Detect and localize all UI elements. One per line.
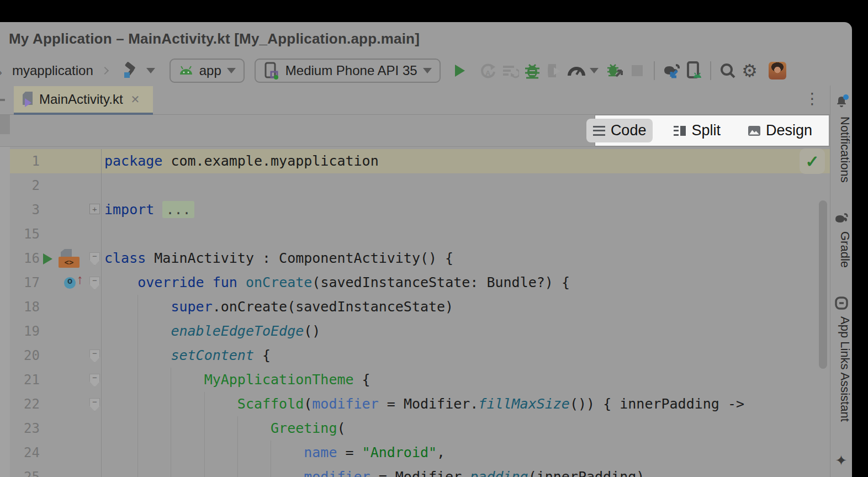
code-text: override fun onCreate(savedInstanceState…: [102, 271, 570, 295]
left-stripe-block: [0, 115, 10, 134]
fold-marker[interactable]: +: [89, 204, 100, 214]
tab-close-icon[interactable]: ✕: [131, 93, 140, 106]
attach-debugger-button[interactable]: [604, 60, 626, 82]
code-line[interactable]: 1package com.example.myapplication: [10, 149, 830, 173]
line-number: 21: [15, 368, 40, 392]
line-number: 3: [15, 198, 40, 222]
code-line[interactable]: 22− Scaffold(modifier = Modifier.fillMax…: [10, 392, 830, 416]
code-line[interactable]: 23 Greeting(: [10, 416, 830, 441]
fold-marker[interactable]: −: [89, 252, 100, 266]
stop-icon: [631, 65, 643, 77]
override-gutter-icon: [64, 277, 76, 289]
editor-scrollbar[interactable]: [819, 200, 827, 369]
fold-marker[interactable]: −: [89, 398, 100, 411]
line-number: 2: [15, 173, 40, 198]
build-hammer-button[interactable]: [119, 60, 141, 82]
code-text: super.onCreate(savedInstanceState): [102, 295, 453, 319]
avatar[interactable]: [769, 62, 786, 80]
device-selector[interactable]: Medium Phone API 35: [255, 59, 441, 83]
attach-debugger-icon: [606, 62, 624, 80]
line-number: 22: [15, 392, 40, 416]
gradle-icon[interactable]: [834, 211, 849, 225]
code-text: import ...: [102, 198, 194, 222]
apply-code-changes-icon: [501, 62, 519, 80]
profiler-dropdown-caret[interactable]: [590, 68, 599, 73]
profiler-gauge-icon: [567, 62, 586, 79]
search-everywhere-button[interactable]: [717, 60, 739, 82]
run-icon: [452, 63, 467, 78]
code-line[interactable]: 19 enableEdgeToEdge(): [10, 319, 830, 343]
breadcrumb[interactable]: myapplication: [12, 63, 93, 78]
gutter: 17−: [10, 271, 102, 295]
notifications-icon[interactable]: [834, 94, 849, 109]
android-studio-window: My Application – MainActivity.kt [My_App…: [0, 22, 852, 477]
breadcrumb-chevron-icon: ›: [0, 65, 3, 77]
gutter: 3+: [10, 198, 102, 222]
build-dropdown-caret[interactable]: [146, 68, 155, 73]
gutter: 24: [10, 441, 102, 465]
mode-design-button[interactable]: Design: [742, 119, 819, 142]
chevron-right-icon: [101, 66, 109, 74]
code-line[interactable]: 2: [10, 173, 830, 198]
kotlin-file-icon: [22, 92, 34, 107]
profiler-button[interactable]: [565, 60, 588, 82]
device-manager-button[interactable]: [682, 60, 705, 82]
main-toolbar: › myapplication app: [0, 55, 852, 86]
mode-code-button[interactable]: Code: [586, 119, 653, 142]
settings-button[interactable]: ⚙: [739, 60, 761, 82]
android-icon: [178, 65, 194, 77]
editor-area: 1package com.example.myapplication23+imp…: [0, 146, 852, 477]
code-text: Scaffold(modifier = Modifier.fillMaxSize…: [102, 392, 744, 416]
tab-label: MainActivity.kt: [39, 92, 123, 107]
code-line[interactable]: 20− setContent {: [10, 343, 830, 368]
left-tool-stripe: [0, 147, 10, 477]
line-number: 15: [15, 222, 40, 246]
module-dropdown-caret: [227, 68, 236, 73]
device-selector-label: Medium Phone API 35: [285, 63, 417, 78]
run-gutter-icon[interactable]: [43, 253, 52, 264]
right-tool-stripe: Notifications Gradle App Links Assistant…: [830, 86, 852, 477]
fold-marker[interactable]: −: [89, 349, 100, 363]
code-text: MyApplicationTheme {: [102, 368, 371, 392]
module-selector[interactable]: app: [170, 59, 245, 83]
run-button[interactable]: [448, 60, 470, 82]
sync-project-button[interactable]: [660, 60, 682, 82]
gutter: 20−: [10, 343, 102, 368]
tab-options-menu[interactable]: ⋮: [805, 91, 820, 107]
gutter: 1: [10, 149, 102, 173]
window-title: My Application – MainActivity.kt [My_App…: [9, 30, 420, 47]
code-text: name = "Android",: [102, 441, 445, 465]
code-line[interactable]: 3+import ...: [10, 198, 830, 222]
line-number: 1: [15, 149, 40, 173]
stripe-item-app-links[interactable]: App Links Assistant: [830, 316, 852, 422]
gutter: 18: [10, 295, 102, 319]
mode-split-label: Split: [691, 122, 721, 139]
stripe-item-gradle[interactable]: Gradle: [830, 231, 852, 268]
code-text: package com.example.myapplication: [102, 149, 379, 173]
code-line[interactable]: 17− override fun onCreate(savedInstanceS…: [10, 271, 830, 295]
fold-marker[interactable]: −: [89, 374, 100, 387]
code-line[interactable]: 24 name = "Android",: [10, 441, 830, 465]
inspections-widget[interactable]: ✓: [800, 149, 825, 174]
code-line[interactable]: 16−class MainActivity : ComponentActivit…: [10, 246, 830, 271]
split-mode-icon: [674, 126, 686, 136]
tab-mainactivity[interactable]: MainActivity.kt ✕: [14, 86, 153, 115]
code-line[interactable]: 21− MyApplicationTheme {: [10, 368, 830, 392]
code-line[interactable]: 18 super.onCreate(savedInstanceState): [10, 295, 830, 319]
stop-button: [626, 60, 648, 82]
gemini-sparkle-icon[interactable]: ✦: [835, 452, 848, 469]
app-links-icon[interactable]: [835, 296, 848, 310]
mode-split-button[interactable]: Split: [667, 119, 727, 142]
svg-text:A: A: [485, 69, 491, 77]
code-line[interactable]: 25 modifier = Modifier.padding(innerPadd…: [10, 465, 830, 477]
code-editor[interactable]: 1package com.example.myapplication23+imp…: [10, 147, 830, 477]
stripe-item-notifications[interactable]: Notifications: [830, 116, 852, 183]
mode-code-label: Code: [611, 122, 647, 139]
indent-guide: [204, 392, 205, 477]
code-line[interactable]: 15: [10, 222, 830, 246]
code-text: Greeting(: [102, 416, 346, 441]
debug-button[interactable]: [521, 60, 543, 82]
fold-marker[interactable]: −: [89, 277, 100, 290]
gutter: 21−: [10, 368, 102, 392]
gradle-sync-icon: [661, 62, 681, 80]
